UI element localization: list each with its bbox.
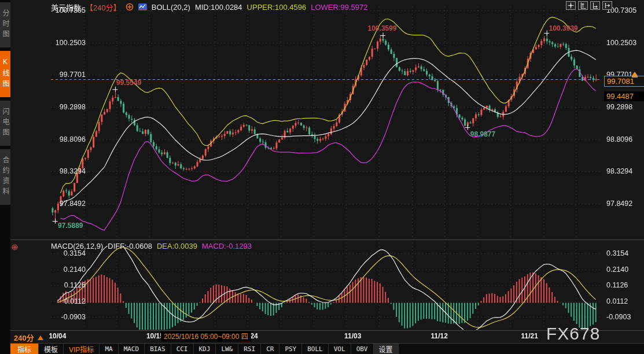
axis-tick-label: 97.8492 [49, 199, 86, 208]
macd-panel-icon[interactable] [12, 242, 18, 253]
axis-tick-label: 98.3294 [49, 167, 86, 176]
axis-tick-label: 0.3154 [606, 249, 643, 258]
sidebar-tab-4[interactable]: 合约资料 [0, 149, 10, 205]
secondary-price-marker: 99.4487 [604, 91, 644, 101]
time-label: 10/04 [49, 332, 66, 340]
toolbar-item-VOL[interactable]: VOL [329, 344, 351, 354]
period-label: 240分 [14, 332, 34, 343]
crosshair-move-icon[interactable] [566, 1, 576, 10]
axis-tick-label: 0.0112 [49, 297, 86, 306]
axis-tick-label: 99.2898 [49, 102, 86, 112]
scale-x-axis-icon[interactable] [590, 1, 600, 10]
sidebar: 分时图K线图闪电图合约资料 [0, 0, 10, 354]
toolbar-item-BOLL[interactable]: BOLL [302, 344, 329, 354]
chart-header: 美元指数 【240分】 BOLL(20,2) MID:100.0284 UPPE… [51, 2, 368, 12]
axis-tick-label: 97.8492 [606, 199, 643, 208]
macd-title: MACD(26,12,9) [51, 242, 103, 250]
toolbar-item-MA[interactable]: MA [100, 344, 118, 354]
boll-title: BOLL(20,2) [152, 3, 190, 12]
macd-dea-value: DEA:0.0039 [157, 242, 197, 250]
period-dropdown-icon [38, 335, 43, 340]
toolbar-item-MACD[interactable]: MACD [119, 344, 145, 354]
sidebar-tab-1[interactable]: 分时图 [0, 2, 10, 47]
axis-tick-label: 0.1126 [49, 281, 86, 290]
axis-tick-label: -0.0903 [49, 312, 86, 322]
toolbar-item-模板[interactable]: 模板 [39, 344, 64, 354]
toolbar-item-CCI[interactable]: CCI [171, 344, 194, 354]
period-tag: 【240分】 [86, 2, 121, 13]
toolbar-item-PSY[interactable]: PSY [279, 344, 302, 354]
circle-plus-icon[interactable] [126, 3, 134, 11]
axis-tick-label: 100.2503 [606, 38, 643, 47]
axis-tick-label: 0.2140 [606, 265, 643, 274]
bar-time-tooltip: 2025/10/16 05:00~09:00 四 [161, 331, 251, 342]
latest-price-arrow-icon[interactable] [632, 72, 638, 78]
toolbar-item-BIAS[interactable]: BIAS [145, 344, 171, 354]
axis-tick-label: 99.7701 [49, 70, 86, 79]
panel-divider [10, 239, 644, 240]
axis-tick-label: 0.0112 [606, 297, 643, 306]
boll-upper-value: UPPER:100.4596 [247, 3, 307, 12]
axis-tick-label: 0.1126 [606, 281, 643, 290]
indicator-toolbar: 指标模板VIP指标MAMACDBIASCCIKDJLW&RSICRPSYBOLL… [10, 343, 644, 354]
chart-canvas[interactable] [0, 0, 644, 354]
toolbar-item-KDJ[interactable]: KDJ [194, 344, 216, 354]
axis-tick-label: 99.2898 [606, 102, 643, 112]
toolbar-item-设置[interactable]: 设置 [374, 344, 399, 354]
axis-tick-label: 0.2140 [49, 265, 86, 274]
boll-mid-value: MID:100.0284 [195, 3, 242, 12]
boll-lower-value: LOWER:99.5972 [311, 3, 367, 12]
axis-tick-label: 98.8096 [49, 135, 86, 144]
chart-tool-buttons [566, 1, 612, 10]
current-price-marker: 99.7081 [604, 76, 644, 87]
macd-header: MACD(26,12,9) DIFF:-0.0608 DEA:0.0039 MA… [51, 241, 252, 250]
watermark: FX678 [546, 324, 600, 344]
scale-y-axis-icon[interactable] [578, 1, 588, 10]
app-window: 分时图K线图闪电图合约资料 美元指数 【240分】 BOLL(20,2) MID… [0, 0, 644, 354]
sidebar-tab-3[interactable]: 闪电图 [0, 101, 10, 146]
toolbar-item-VIP指标[interactable]: VIP指标 [64, 344, 100, 354]
symbol-title: 美元指数 [51, 2, 81, 13]
axis-tick-label: -0.0903 [606, 312, 643, 322]
left-price-axis: 100.7305100.250399.770199.289898.809698.… [12, 0, 49, 354]
time-label: 11/03 [344, 332, 361, 340]
axis-tick-label: 98.3294 [606, 167, 643, 176]
axis-tick-label: 98.8096 [606, 135, 643, 144]
chart-type-icon[interactable] [138, 3, 147, 10]
macd-diff-value: DIFF:-0.0608 [108, 242, 152, 250]
time-label: 11/12 [430, 332, 447, 340]
toolbar-item-CR[interactable]: CR [261, 344, 279, 354]
period-selector[interactable]: 240分 [14, 332, 43, 343]
sidebar-tab-2[interactable]: K线图 [0, 51, 10, 97]
macd-macd-value: MACD:-0.1293 [202, 242, 252, 250]
toolbar-item-LW&[interactable]: LW& [216, 344, 238, 354]
toolbar-item-RSI[interactable]: RSI [238, 344, 261, 354]
shift-right-icon[interactable] [602, 1, 612, 10]
axis-tick-label: 100.2503 [49, 38, 86, 47]
toolbar-item-OBV[interactable]: OBV [351, 344, 374, 354]
time-label: 11/21 [521, 332, 538, 340]
toolbar-item-指标[interactable]: 指标 [10, 344, 39, 354]
right-price-axis: 100.7305100.250399.770199.289898.809698.… [606, 0, 643, 354]
